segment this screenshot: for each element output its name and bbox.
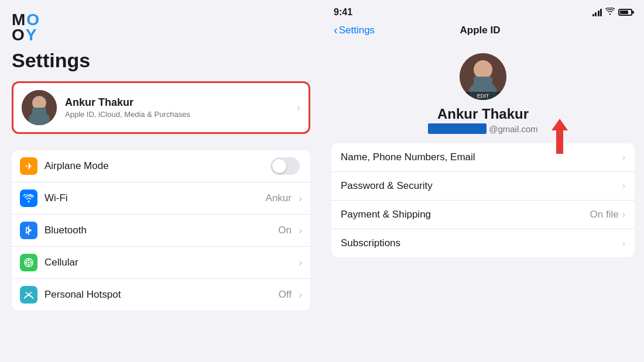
menu-item-payment-shipping[interactable]: Payment & Shipping On file › (331, 201, 635, 229)
password-security-chevron-icon: › (622, 181, 625, 191)
logo-y: Y (26, 27, 37, 43)
wifi-icon (20, 189, 37, 207)
svg-point-15 (474, 60, 492, 79)
wifi-label: Wi-Fi (44, 192, 266, 204)
email-redacted (428, 123, 487, 134)
settings-list: ✈ Airplane Mode Wi-Fi Ankur › (12, 150, 310, 311)
signal-icon (592, 8, 602, 16)
page-title: Settings (12, 49, 310, 72)
bluetooth-value: On (278, 225, 292, 236)
bluetooth-label: Bluetooth (44, 225, 278, 236)
email-domain: @gmail.com (489, 124, 538, 134)
apple-id-name: Ankur Thakur (437, 106, 529, 122)
svg-rect-4 (32, 108, 46, 118)
logo-o2: O (12, 27, 25, 43)
svg-rect-17 (474, 77, 492, 89)
name-phone-chevron-icon: › (622, 152, 625, 163)
annotation-arrow (551, 119, 568, 154)
name-phone-label: Name, Phone Numbers, Email (341, 151, 622, 163)
back-label: Settings (339, 25, 375, 36)
settings-item-wifi[interactable]: Wi-Fi Ankur › (12, 182, 310, 215)
settings-item-hotspot[interactable]: Personal Hotspot Off › (12, 279, 310, 311)
password-security-label: Password & Security (341, 180, 622, 192)
wifi-value: Ankur (266, 192, 292, 204)
email-row: @gmail.com (428, 123, 538, 134)
status-icons (592, 8, 633, 17)
wifi-status-icon (605, 8, 615, 17)
cellular-chevron-icon: › (299, 257, 302, 269)
settings-item-airplane[interactable]: ✈ Airplane Mode (12, 150, 310, 182)
hotspot-value: Off (279, 289, 292, 301)
menu-item-name-phone[interactable]: Name, Phone Numbers, Email › (331, 143, 635, 172)
apple-id-profile: EDIT Ankur Thakur @gmail.com (322, 42, 644, 143)
apple-id-menu: Name, Phone Numbers, Email › Password & … (331, 143, 635, 257)
settings-item-bluetooth[interactable]: Bluetooth On › (12, 215, 310, 247)
logo: M O O Y (12, 12, 47, 43)
payment-shipping-chevron-icon: › (622, 209, 625, 220)
payment-shipping-label: Payment & Shipping (341, 209, 590, 220)
edit-label[interactable]: EDIT (460, 92, 506, 100)
arrow-head (551, 119, 568, 130)
profile-info: Ankur Thakur Apple ID, iCloud, Media & P… (65, 96, 292, 119)
status-bar: 9:41 (322, 0, 644, 20)
battery-icon (618, 9, 632, 16)
bluetooth-chevron-icon: › (299, 225, 302, 237)
apple-id-avatar[interactable]: EDIT (460, 53, 506, 100)
airplane-icon: ✈ (20, 157, 37, 175)
avatar (22, 90, 57, 125)
settings-item-cellular[interactable]: Cellular › (12, 247, 310, 279)
cellular-label: Cellular (44, 257, 294, 268)
subscriptions-label: Subscriptions (341, 237, 622, 249)
profile-chevron-icon: › (297, 102, 300, 114)
wifi-chevron-icon: › (299, 192, 302, 205)
nav-title: Apple ID (460, 25, 501, 36)
hotspot-icon (20, 286, 37, 304)
airplane-label: Airplane Mode (44, 160, 270, 172)
menu-item-password-security[interactable]: Password & Security › (331, 172, 635, 201)
hotspot-chevron-icon: › (299, 289, 302, 301)
profile-card[interactable]: Ankur Thakur Apple ID, iCloud, Media & P… (12, 81, 310, 134)
right-panel: 9:41 ‹ Setting (322, 0, 644, 362)
back-chevron-icon: ‹ (334, 23, 338, 37)
airplane-toggle[interactable] (270, 157, 300, 175)
arrow-shaft (556, 130, 563, 154)
nav-bar: ‹ Settings Apple ID (322, 20, 644, 42)
status-time: 9:41 (334, 7, 352, 18)
svg-point-3 (33, 97, 45, 109)
back-button[interactable]: ‹ Settings (334, 23, 375, 37)
toggle-knob (272, 159, 286, 173)
subscriptions-chevron-icon: › (622, 238, 625, 249)
svg-point-8 (28, 262, 30, 264)
cellular-icon (20, 254, 37, 271)
menu-item-subscriptions[interactable]: Subscriptions › (331, 229, 635, 257)
profile-name: Ankur Thakur (65, 96, 292, 109)
hotspot-label: Personal Hotspot (44, 289, 279, 301)
bluetooth-icon (20, 222, 37, 239)
payment-shipping-value: On file (590, 209, 619, 220)
profile-subtitle: Apple ID, iCloud, Media & Purchases (65, 110, 292, 119)
left-panel: M O O Y Settings Ankur Thakur Apple ID, … (0, 0, 322, 362)
